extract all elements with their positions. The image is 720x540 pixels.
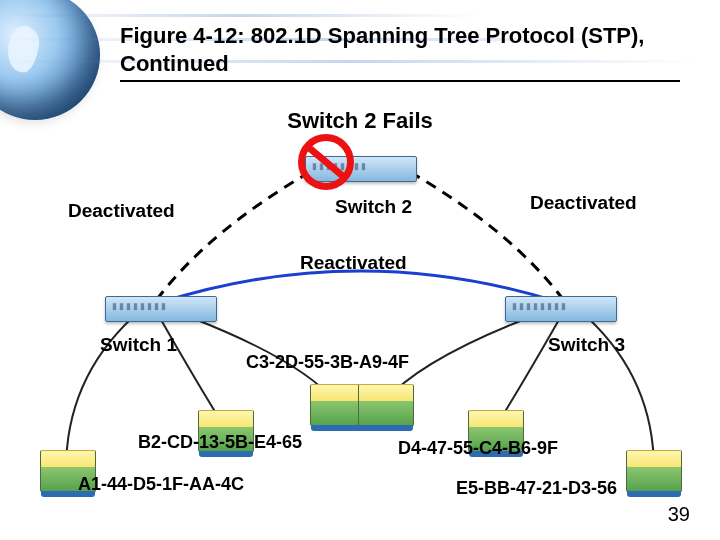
switch-1 xyxy=(105,296,217,322)
mac-left-low: A1-44-D5-1F-AA-4C xyxy=(78,474,244,495)
mac-right-mid: D4-47-55-C4-B6-9F xyxy=(398,438,558,459)
failure-icon xyxy=(298,134,354,190)
label-reactivated: Reactivated xyxy=(300,252,407,274)
mac-right-low: E5-BB-47-21-D3-56 xyxy=(456,478,617,499)
label-switch-1: Switch 1 xyxy=(100,334,177,356)
label-deactivated-left: Deactivated xyxy=(68,200,175,222)
mac-center: C3-2D-55-3B-A9-4F xyxy=(246,352,409,373)
switch-3 xyxy=(505,296,617,322)
host-center-right xyxy=(358,384,414,426)
page-number: 39 xyxy=(668,503,690,526)
label-switch-2: Switch 2 xyxy=(335,196,412,218)
label-switch-3: Switch 3 xyxy=(548,334,625,356)
mac-left-mid: B2-CD-13-5B-E4-65 xyxy=(138,432,302,453)
label-deactivated-right: Deactivated xyxy=(530,192,637,214)
host-right-1 xyxy=(626,450,682,492)
